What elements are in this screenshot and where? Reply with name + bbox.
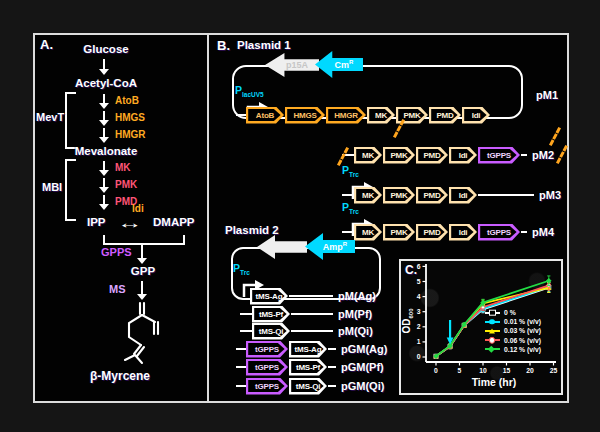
svg-text:5: 5	[417, 278, 421, 285]
connector-line	[240, 313, 252, 316]
legend-label: 0 %	[504, 309, 516, 316]
legend-marker	[489, 319, 495, 325]
connector-line	[236, 385, 246, 388]
panel-c-growth-chart: C. 01234560510152025Time (hr)OD600 0 %0.…	[399, 259, 563, 395]
plasmid-name-pM(Qi): pM(Qi)	[338, 325, 373, 337]
plasmid-name-pGM(Qi): pGM(Qi)	[341, 380, 384, 392]
legend-marker	[489, 309, 496, 316]
arrow-step	[99, 195, 109, 210]
legend-line-swatch	[485, 330, 500, 332]
connector-line	[328, 385, 336, 388]
double-arrow-ipp-dmapp: ↔	[117, 214, 143, 231]
svg-text:3: 3	[417, 308, 421, 315]
figure: A. Glucose Acetyl-CoA AtoB HMGS HMGR Mev…	[0, 0, 600, 432]
svg-text:0: 0	[417, 353, 421, 360]
legend-label: 0.03 % (v/v)	[504, 327, 541, 334]
arrow-step	[99, 94, 109, 109]
panel-a-pathway: A. Glucose Acetyl-CoA AtoB HMGS HMGR Mev…	[35, 35, 207, 401]
gene-arrow-tMS-Ag: tMS-Ag	[250, 288, 288, 305]
svg-text:6: 6	[417, 263, 421, 270]
figure-frame: A. Glucose Acetyl-CoA AtoB HMGS HMGR Mev…	[33, 33, 569, 403]
connector-line	[328, 366, 336, 369]
connector-line	[289, 295, 333, 298]
node-gpp: GPP	[123, 265, 163, 277]
gene-arrow-tGPPS: tGPPS	[246, 341, 288, 358]
chart-legend: 0 %0.01 % (v/v)0.03 % (v/v)0.06 % (v/v)0…	[485, 308, 541, 354]
node-dmapp: DMAPP	[153, 216, 195, 228]
gene-arrow-tGPPS: tGPPS	[246, 359, 288, 376]
connector-line	[328, 348, 336, 351]
gene-arrow-tMS-Qi: tMS-Qi	[289, 378, 327, 395]
legend-item: 0.06 % (v/v)	[485, 336, 541, 345]
legend-line-swatch	[485, 321, 500, 323]
svg-text:10: 10	[479, 367, 487, 374]
plasmid-row-pM(Qi): tMS-QipM(Qi)	[240, 322, 373, 340]
plasmid-name-pGM(Ag): pGM(Ag)	[341, 343, 387, 355]
legend-line-swatch	[485, 312, 500, 314]
gene-arrow-tMS-Ag: tMS-Ag	[289, 341, 327, 358]
label-product: β-Myrcene	[45, 369, 195, 383]
legend-line-swatch	[485, 339, 500, 341]
plasmid-row-pGM(Qi): tGPPStMS-QipGM(Qi)	[236, 377, 384, 395]
enzyme-ms: MS	[109, 283, 126, 295]
legend-item: 0.12 % (v/v)	[485, 345, 541, 354]
plasmid-row-pM(Pf): tMS-PfpM(Pf)	[240, 305, 372, 323]
svg-text:OD600: OD600	[401, 308, 414, 334]
plasmid-row-pGM(Ag): tGPPStMS-AgpGM(Ag)	[236, 340, 387, 358]
connector-line	[240, 330, 252, 333]
svg-text:20: 20	[526, 367, 534, 374]
svg-text:Time (hr): Time (hr)	[472, 376, 517, 388]
node-mevalonate: Mevalonate	[35, 145, 177, 157]
connector-line	[291, 330, 333, 333]
legend-marker	[489, 337, 495, 343]
panel-b-plasmids: B. Plasmid 1 p15A CmR PlacUV5 PTrc	[209, 35, 567, 397]
svg-text:0: 0	[434, 367, 438, 374]
svg-text:5: 5	[458, 367, 462, 374]
legend-item: 0 %	[485, 308, 541, 317]
node-glucose: Glucose	[35, 43, 177, 55]
legend-item: 0.01 % (v/v)	[485, 317, 541, 326]
panel-c-label: C.	[405, 263, 417, 277]
plasmid-name-pM(Pf): pM(Pf)	[338, 308, 372, 320]
label-mevt: MevT	[36, 111, 64, 123]
plasmid-name-pM(Ag): pM(Ag)	[338, 290, 376, 302]
enzyme-idi: Idi	[132, 203, 144, 214]
connector-line	[236, 366, 246, 369]
node-acetyl-coa: Acetyl-CoA	[35, 77, 177, 89]
enzyme-hmgs: HMGS	[115, 112, 145, 123]
legend-label: 0.12 % (v/v)	[504, 346, 541, 353]
label-mbi: MBI	[42, 181, 62, 193]
svg-text:15: 15	[503, 367, 511, 374]
enzyme-pmk: PMK	[115, 179, 137, 190]
plasmid-row-pM(Ag): tMS-AgpM(Ag)	[250, 287, 376, 305]
gene-arrow-tMS-Qi: tMS-Qi	[252, 323, 290, 340]
bracket-mbi	[65, 159, 76, 221]
svg-text:1: 1	[417, 338, 421, 345]
legend-marker	[488, 346, 494, 352]
connector-line	[291, 313, 333, 316]
arrow-step	[99, 111, 109, 126]
legend-marker	[489, 328, 495, 333]
svg-text:2: 2	[417, 323, 421, 330]
svg-text:4: 4	[417, 293, 421, 300]
myrcene-structure	[115, 301, 171, 367]
node-ipp: IPP	[87, 216, 106, 228]
bracket-mevt	[65, 92, 76, 149]
arrow-to-myrcene	[137, 281, 147, 300]
enzyme-atob: AtoB	[115, 95, 139, 106]
svg-text:25: 25	[550, 367, 558, 374]
arrow-step	[99, 161, 109, 176]
enzyme-mk: MK	[115, 162, 131, 173]
plasmid-name-pGM(Pf): pGM(Pf)	[341, 361, 384, 373]
enzyme-hmgr: HMGR	[115, 129, 146, 140]
legend-label: 0.01 % (v/v)	[504, 318, 541, 325]
connector-line	[236, 348, 246, 351]
enzyme-gpps: GPPS	[101, 246, 132, 258]
plasmid-row-pGM(Pf): tGPPStMS-PfpGM(Pf)	[236, 358, 384, 376]
arrow-glucose-acetylcoa	[99, 59, 109, 75]
gene-arrow-tGPPS: tGPPS	[246, 378, 288, 395]
legend-label: 0.06 % (v/v)	[504, 337, 541, 344]
arrow-to-gpp	[137, 243, 147, 264]
gene-arrow-tMS-Pf: tMS-Pf	[289, 359, 327, 376]
legend-item: 0.03 % (v/v)	[485, 326, 541, 335]
